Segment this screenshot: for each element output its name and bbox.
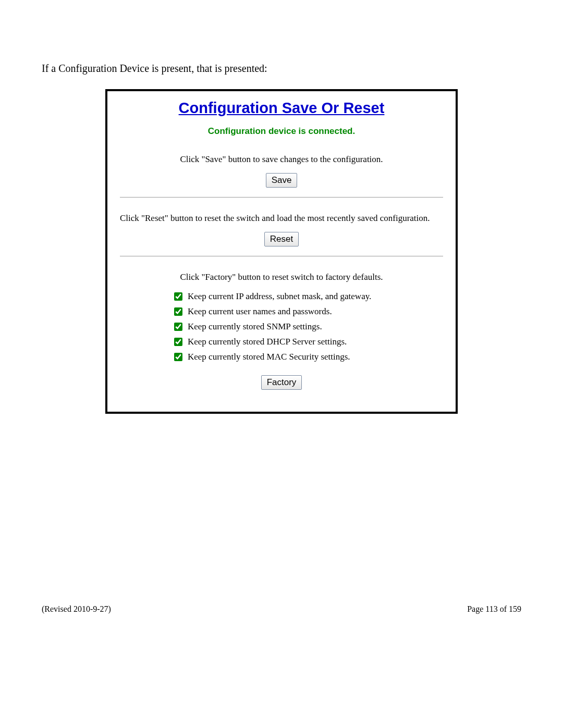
check-label: Keep current user names and passwords. bbox=[188, 306, 332, 317]
divider bbox=[120, 197, 443, 198]
reset-button[interactable]: Reset bbox=[264, 232, 299, 246]
save-instruction: Click "Save" button to save changes to t… bbox=[120, 154, 443, 165]
check-keep-snmp[interactable]: Keep currently stored SNMP settings. bbox=[172, 321, 443, 332]
checkbox-keep-ip[interactable] bbox=[174, 292, 182, 301]
checkbox-keep-snmp[interactable] bbox=[174, 323, 182, 331]
factory-instruction: Click "Factory" button to reset switch t… bbox=[120, 272, 443, 282]
panel-title: Configuration Save Or Reset bbox=[120, 100, 443, 117]
checkbox-keep-users[interactable] bbox=[174, 307, 182, 316]
divider bbox=[120, 256, 443, 256]
save-button[interactable]: Save bbox=[266, 173, 298, 188]
factory-options: Keep current IP address, subnet mask, an… bbox=[172, 291, 443, 363]
check-label: Keep current IP address, subnet mask, an… bbox=[188, 291, 371, 302]
status-text: Configuration device is connected. bbox=[120, 126, 443, 137]
check-keep-users[interactable]: Keep current user names and passwords. bbox=[172, 306, 443, 317]
footer-page: Page 113 of 159 bbox=[467, 604, 521, 614]
check-keep-dhcp[interactable]: Keep currently stored DHCP Server settin… bbox=[172, 336, 443, 348]
check-label: Keep currently stored MAC Security setti… bbox=[188, 352, 350, 362]
checkbox-keep-dhcp[interactable] bbox=[174, 338, 182, 346]
check-keep-ip[interactable]: Keep current IP address, subnet mask, an… bbox=[172, 291, 443, 302]
reset-instruction: Click "Reset" button to reset the switch… bbox=[120, 213, 443, 224]
check-label: Keep currently stored SNMP settings. bbox=[188, 322, 322, 332]
intro-text: If a Configuration Device is present, th… bbox=[42, 63, 521, 75]
factory-button[interactable]: Factory bbox=[261, 375, 302, 390]
check-keep-mac[interactable]: Keep currently stored MAC Security setti… bbox=[172, 351, 443, 363]
checkbox-keep-mac[interactable] bbox=[174, 353, 182, 361]
check-label: Keep currently stored DHCP Server settin… bbox=[188, 337, 347, 347]
config-panel: Configuration Save Or Reset Configuratio… bbox=[105, 89, 458, 414]
footer-revised: (Revised 2010-9-27) bbox=[42, 604, 111, 614]
